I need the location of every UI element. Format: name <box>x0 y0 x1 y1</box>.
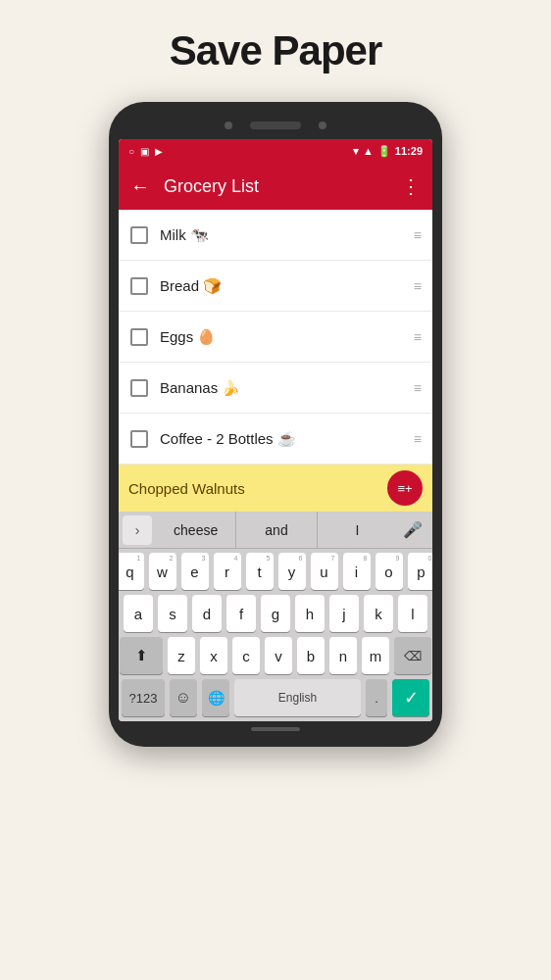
keyboard-suggestions-bar: › cheese and I 🎤 <box>119 512 432 549</box>
grocery-list: Milk 🐄 ≡ Bread 🍞 ≡ Eggs 🥚 ≡ Bananas 🍌 ≡ <box>119 210 432 465</box>
suggest-word-2[interactable]: and <box>236 512 317 549</box>
checkbox-eggs[interactable] <box>130 328 148 346</box>
item-text-bananas: Bananas 🍌 <box>160 379 402 397</box>
checkbox-coffee[interactable] <box>130 430 148 448</box>
phone-mockup: ○ ▣ ▶ ▾ ▲ 🔋 11:29 ← Grocery List ⋮ Milk … <box>109 102 442 747</box>
status-bar: ○ ▣ ▶ ▾ ▲ 🔋 11:29 <box>119 139 432 163</box>
list-item: Eggs 🥚 ≡ <box>119 312 432 363</box>
signal-icon: ▲ <box>363 145 374 157</box>
home-indicator <box>251 727 300 731</box>
page-title: Save Paper <box>170 27 382 74</box>
checkbox-milk[interactable] <box>130 226 148 244</box>
item-text-milk: Milk 🐄 <box>160 226 402 244</box>
keyboard-row-1: q1 w2 e3 r4 t5 y6 u7 i8 o9 p0 <box>122 553 429 590</box>
key-n[interactable]: n <box>329 637 357 674</box>
keyboard-row-2: a s d f g h j k l <box>122 595 429 632</box>
suggest-word-1[interactable]: cheese <box>156 512 236 549</box>
app-bar-title: Grocery List <box>164 176 387 197</box>
current-input-row[interactable]: Chopped Walnuts ≡+ <box>119 465 432 512</box>
suggest-word-3[interactable]: I <box>318 512 397 549</box>
keyboard-bottom-row: ?123 ☺ 🌐 English . ✓ <box>122 679 429 716</box>
key-s[interactable]: s <box>158 595 187 632</box>
key-q[interactable]: q1 <box>119 553 144 590</box>
key-c[interactable]: c <box>232 637 260 674</box>
key-e[interactable]: e3 <box>181 553 209 590</box>
battery-icon: 🔋 <box>377 145 391 158</box>
key-a[interactable]: a <box>124 595 153 632</box>
play-icon: ▶ <box>155 146 163 157</box>
wifi-icon: ▾ <box>353 145 359 158</box>
key-h[interactable]: h <box>295 595 325 632</box>
speaker <box>250 122 301 129</box>
drag-handle-bananas: ≡ <box>414 381 421 395</box>
numbers-key[interactable]: ?123 <box>122 679 165 716</box>
list-item: Coffee - 2 Bottles ☕ ≡ <box>119 414 432 465</box>
add-item-button[interactable]: ≡+ <box>387 470 423 506</box>
key-v[interactable]: v <box>265 637 292 674</box>
space-key[interactable]: English <box>234 679 361 716</box>
key-i[interactable]: i8 <box>343 553 371 590</box>
list-item: Bananas 🍌 ≡ <box>119 363 432 414</box>
phone-screen: ○ ▣ ▶ ▾ ▲ 🔋 11:29 ← Grocery List ⋮ Milk … <box>119 139 432 721</box>
key-r[interactable]: r4 <box>214 553 241 590</box>
drag-handle-coffee: ≡ <box>414 432 421 446</box>
status-time: 11:29 <box>395 145 423 157</box>
list-item: Bread 🍞 ≡ <box>119 261 432 312</box>
status-right-icons: ▾ ▲ 🔋 11:29 <box>353 145 423 158</box>
key-f[interactable]: f <box>226 595 256 632</box>
drag-handle-milk: ≡ <box>414 228 421 242</box>
suggest-words-container: cheese and I <box>156 512 397 549</box>
key-d[interactable]: d <box>192 595 222 632</box>
front-sensor <box>319 122 326 129</box>
shift-key[interactable]: ⬆ <box>120 637 163 674</box>
key-x[interactable]: x <box>200 637 227 674</box>
done-key[interactable]: ✓ <box>392 679 429 716</box>
back-button[interactable]: ← <box>130 175 150 198</box>
key-w[interactable]: w2 <box>149 553 176 590</box>
keyboard-row-3: ⬆ z x c v b n m ⌫ <box>122 637 429 674</box>
camera-dot <box>225 122 232 129</box>
phone-bottom-bar <box>119 721 432 733</box>
drag-handle-bread: ≡ <box>414 279 421 293</box>
key-b[interactable]: b <box>297 637 325 674</box>
key-j[interactable]: j <box>329 595 359 632</box>
key-z[interactable]: z <box>168 637 195 674</box>
key-t[interactable]: t5 <box>246 553 274 590</box>
suggest-expand-button[interactable]: › <box>123 515 152 545</box>
add-icon: ≡+ <box>397 481 412 496</box>
key-u[interactable]: u7 <box>311 553 338 590</box>
status-left-icons: ○ ▣ ▶ <box>128 146 163 157</box>
item-text-coffee: Coffee - 2 Bottles ☕ <box>160 430 402 448</box>
list-item: Milk 🐄 ≡ <box>119 210 432 261</box>
checkbox-bananas[interactable] <box>130 379 148 397</box>
period-key[interactable]: . <box>366 679 387 716</box>
key-o[interactable]: o9 <box>376 553 403 590</box>
key-k[interactable]: k <box>364 595 393 632</box>
item-text-bread: Bread 🍞 <box>160 277 402 295</box>
key-y[interactable]: y6 <box>278 553 306 590</box>
drag-handle-eggs: ≡ <box>414 330 421 344</box>
checkbox-bread[interactable] <box>130 277 148 295</box>
emoji-key[interactable]: ☺ <box>170 679 197 716</box>
key-p[interactable]: p0 <box>408 553 433 590</box>
circle-icon: ○ <box>128 146 134 157</box>
key-l[interactable]: l <box>398 595 427 632</box>
item-text-eggs: Eggs 🥚 <box>160 328 402 346</box>
key-g[interactable]: g <box>261 595 290 632</box>
app-bar: ← Grocery List ⋮ <box>119 163 432 210</box>
phone-top-bar <box>119 116 432 139</box>
mic-button[interactable]: 🎤 <box>397 514 428 546</box>
backspace-key[interactable]: ⌫ <box>394 637 431 674</box>
more-options-button[interactable]: ⋮ <box>401 174 421 198</box>
globe-key[interactable]: 🌐 <box>202 679 229 716</box>
sim-icon: ▣ <box>140 146 149 157</box>
keyboard: q1 w2 e3 r4 t5 y6 u7 i8 o9 p0 a s d f g … <box>119 549 432 721</box>
input-current-text: Chopped Walnuts <box>128 480 387 497</box>
key-m[interactable]: m <box>362 637 389 674</box>
